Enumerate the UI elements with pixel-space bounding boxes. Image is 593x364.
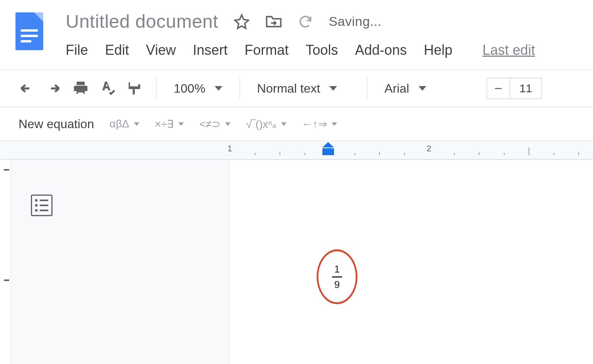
menu-view[interactable]: View: [146, 42, 176, 58]
menu-file[interactable]: File: [66, 42, 88, 58]
chevron-down-icon: [332, 122, 337, 126]
chevron-down-icon: [281, 122, 286, 126]
document-title[interactable]: Untitled document: [66, 11, 218, 32]
chevron-down-icon: [418, 86, 426, 91]
undo-icon[interactable]: [19, 80, 35, 97]
annotation-circle: [317, 249, 357, 304]
thumbnail-rail: [0, 160, 11, 364]
paint-format-icon[interactable]: [127, 80, 143, 97]
spellcheck-icon[interactable]: [100, 80, 116, 97]
last-edit-link[interactable]: Last edit: [483, 42, 535, 58]
document-page[interactable]: 1 9: [230, 160, 593, 364]
menu-bar: File Edit View Insert Format Tools Add-o…: [66, 42, 535, 58]
chevron-down-icon: [134, 122, 139, 126]
indent-marker[interactable]: [322, 142, 334, 156]
equation-fraction[interactable]: 1 9: [314, 249, 360, 304]
chevron-down-icon: [225, 122, 230, 126]
font-size-stepper: − 11: [486, 78, 542, 99]
ruler-area: 12: [0, 141, 593, 160]
menu-tools[interactable]: Tools: [306, 42, 338, 58]
horizontal-ruler[interactable]: 12: [230, 141, 593, 159]
paragraph-style-select[interactable]: Normal text: [253, 81, 354, 96]
menu-edit[interactable]: Edit: [105, 42, 129, 58]
operators-menu[interactable]: ×÷∃: [155, 118, 184, 130]
font-size-value[interactable]: 11: [510, 82, 541, 95]
save-status: Saving...: [329, 14, 381, 29]
ruler-number: 2: [427, 144, 431, 154]
font-family-select[interactable]: Arial: [381, 81, 473, 96]
sync-icon: [298, 14, 313, 29]
ruler-number: 1: [227, 144, 232, 154]
math-structures-menu[interactable]: √‾()xⁿₐ: [246, 118, 286, 130]
toolbar-separator: [239, 78, 240, 99]
title-bar: Untitled document Saving... File Edit Vi…: [0, 0, 593, 69]
zoom-value: 100%: [174, 81, 205, 96]
font-size-decrease[interactable]: −: [487, 78, 510, 98]
menu-help[interactable]: Help: [424, 42, 452, 58]
print-icon[interactable]: [73, 80, 89, 97]
star-icon[interactable]: [234, 14, 250, 30]
docs-logo-icon[interactable]: [15, 12, 43, 50]
toolbar-separator: [367, 78, 368, 99]
new-equation-button[interactable]: New equation: [19, 117, 94, 131]
greek-letters-menu[interactable]: αβΔ: [110, 118, 139, 130]
show-outline-button[interactable]: [31, 195, 53, 216]
outline-panel: [11, 160, 230, 364]
menu-insert[interactable]: Insert: [193, 42, 227, 58]
redo-icon[interactable]: [46, 80, 62, 97]
font-family-value: Arial: [385, 81, 409, 96]
workspace: 1 9: [0, 160, 593, 364]
main-toolbar: 100% Normal text Arial − 11: [0, 69, 593, 107]
chevron-down-icon: [178, 122, 184, 126]
menu-addons[interactable]: Add-ons: [355, 42, 407, 58]
toolbar-separator: [156, 78, 157, 99]
chevron-down-icon: [215, 86, 222, 91]
move-to-folder-icon[interactable]: [265, 14, 282, 29]
relations-menu[interactable]: <≠⊃: [199, 118, 230, 130]
menu-format[interactable]: Format: [245, 42, 289, 58]
equation-toolbar: New equation αβΔ ×÷∃ <≠⊃ √‾()xⁿₐ ←↑⇒: [0, 107, 593, 141]
chevron-down-icon: [329, 86, 337, 91]
zoom-select[interactable]: 100%: [170, 81, 226, 96]
paragraph-style-value: Normal text: [257, 81, 320, 96]
arrows-menu[interactable]: ←↑⇒: [302, 118, 337, 130]
